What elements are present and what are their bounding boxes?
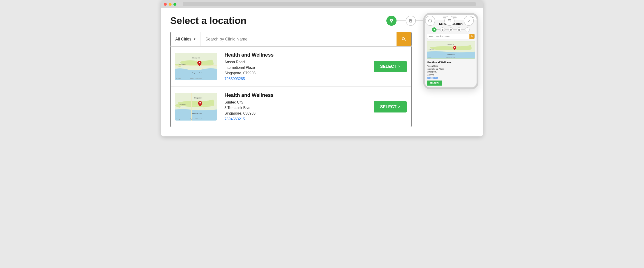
address-line-1: Anson Road <box>224 59 368 65</box>
select-arrow-2: > <box>398 105 400 108</box>
maximize-button[interactable] <box>174 3 176 6</box>
health-step-icon <box>428 19 432 23</box>
mobile-search-icon <box>471 35 473 37</box>
mobile-location-name: Health and Wellness <box>427 61 475 64</box>
select-button-2[interactable]: SELECT > <box>374 101 407 112</box>
svg-text:Google: Google <box>428 56 431 58</box>
svg-text:Google: Google <box>176 118 181 120</box>
select-label-1: SELECT <box>380 64 396 69</box>
mobile-step-5 <box>465 28 470 32</box>
step-3-health <box>425 16 435 26</box>
mobile-search-bar <box>427 34 475 39</box>
mobile-form-icon <box>442 29 444 31</box>
location-name-2: Health and Wellness <box>224 92 368 98</box>
step-line-1 <box>396 20 406 21</box>
mobile-calendar-icon <box>458 29 460 31</box>
map-svg-1: Singapore rong Island Singapore Strait G… <box>175 53 217 80</box>
mobile-step-line-4 <box>462 30 465 30</box>
mobile-step-line-2 <box>445 30 448 30</box>
select-arrow-1: > <box>398 65 400 68</box>
search-button[interactable] <box>396 32 411 46</box>
mobile-health-icon <box>450 29 452 31</box>
mobile-search-input[interactable] <box>427 34 470 38</box>
location-list: Singapore rong Island Singapore Strait G… <box>170 46 412 127</box>
step-5-confirm <box>464 16 474 26</box>
app-content: Select a location <box>161 8 483 136</box>
address-line-3b: Singapore, 038983 <box>224 111 368 116</box>
address-line-3: Singapore, 079903 <box>224 70 368 76</box>
step-2-form <box>406 16 416 26</box>
location-map-1: Singapore rong Island Singapore Strait G… <box>175 53 217 80</box>
city-dropdown[interactable]: All Cities ▼ <box>171 32 201 46</box>
select-label-2: SELECT <box>380 104 396 109</box>
mobile-addr-1: Anson Road <box>427 65 475 68</box>
svg-text:Singapore: Singapore <box>447 44 454 45</box>
minimize-button[interactable] <box>168 3 172 6</box>
location-address-1: Anson Road International Plaza Singapore… <box>224 59 368 76</box>
mobile-step-2 <box>440 28 445 32</box>
svg-text:rong Island: rong Island <box>179 64 186 65</box>
dropdown-arrow-icon: ▼ <box>193 38 196 41</box>
location-info-1: Health and Wellness Anson Road Internati… <box>222 52 368 81</box>
calendar-step-icon <box>447 19 452 23</box>
svg-point-8 <box>199 62 200 63</box>
location-phone-2[interactable]: 7894563215 <box>224 117 368 121</box>
search-bar: All Cities ▼ <box>170 32 412 46</box>
svg-text:Singapore Strait: Singapore Strait <box>192 113 202 114</box>
search-input[interactable] <box>201 32 396 46</box>
mobile-search-button[interactable] <box>470 34 474 39</box>
mobile-step-line-1 <box>436 30 440 30</box>
mobile-location-address: Anson Road International Plaza Singapore… <box>427 65 475 76</box>
svg-text:rong Island: rong Island <box>179 104 186 105</box>
location-map-2: Singapore rong Island Singapore Strait G… <box>175 93 217 120</box>
form-step-icon <box>409 19 413 23</box>
mobile-select-button[interactable]: SELECT > <box>427 80 442 86</box>
location-step-icon <box>389 18 394 23</box>
mobile-step-4 <box>457 28 462 32</box>
svg-point-27 <box>454 47 455 48</box>
titlebar <box>161 0 483 8</box>
city-label: All Cities <box>175 37 191 42</box>
close-button[interactable] <box>164 3 167 6</box>
address-line-2: International Plaza <box>224 65 368 70</box>
svg-text:Singapore: Singapore <box>194 97 203 99</box>
svg-text:Map data ©2021 Google: Map data ©2021 Google <box>190 78 202 79</box>
mobile-body: Select a location <box>425 20 476 88</box>
address-line-2b: 3 Temasek Blvd <box>224 105 368 111</box>
svg-text:rong Island: rong Island <box>428 48 434 50</box>
svg-text:Google: Google <box>176 78 181 79</box>
map-svg-2: Singapore rong Island Singapore Strait G… <box>175 93 217 120</box>
location-item-2: Singapore rong Island Singapore Strait G… <box>171 87 411 127</box>
select-button-1[interactable]: SELECT > <box>374 61 407 72</box>
mobile-step-1 <box>432 28 436 32</box>
mobile-addr-2: International Plaza <box>427 68 475 70</box>
mobile-phone[interactable]: 7985003285 <box>427 77 475 79</box>
mobile-steps <box>427 28 475 32</box>
mobile-location-icon <box>433 28 436 31</box>
location-phone-1[interactable]: 7985003285 <box>224 77 368 81</box>
svg-text:Singapore: Singapore <box>192 57 200 59</box>
mobile-step-line-3 <box>453 30 457 30</box>
mobile-step-3 <box>448 28 453 32</box>
mobile-confirm-icon <box>466 29 468 31</box>
svg-text:Singapore Strait: Singapore Strait <box>192 72 202 74</box>
svg-text:Map data ©2021 Google: Map data ©2021 Google <box>190 118 202 120</box>
svg-point-19 <box>200 102 201 104</box>
page-header: Select a location <box>170 15 474 26</box>
page-title: Select a location <box>170 15 246 26</box>
mobile-map: Singapore rong Island Singapore Strait G… <box>427 41 475 59</box>
mobile-addr-4: 079903 <box>427 74 475 76</box>
mobile-select-label: SELECT > <box>430 82 440 84</box>
location-address-2: Suntec City 3 Temasek Blvd Singapore, 03… <box>224 100 368 116</box>
address-bar <box>183 2 476 6</box>
location-info-2: Health and Wellness Suntec City 3 Temase… <box>222 92 368 121</box>
step-1-location <box>386 16 396 26</box>
mobile-addr-3: Singapore, <box>427 70 475 74</box>
svg-text:Singapore Strait: Singapore Strait <box>447 54 455 55</box>
mobile-map-svg: Singapore rong Island Singapore Strait G… <box>427 41 475 59</box>
address-line-1b: Suntec City <box>224 100 368 105</box>
app-window: Select a location <box>161 0 483 136</box>
confirm-step-icon <box>467 19 471 23</box>
location-item-1: Singapore rong Island Singapore Strait G… <box>171 46 411 87</box>
search-icon <box>401 36 406 42</box>
